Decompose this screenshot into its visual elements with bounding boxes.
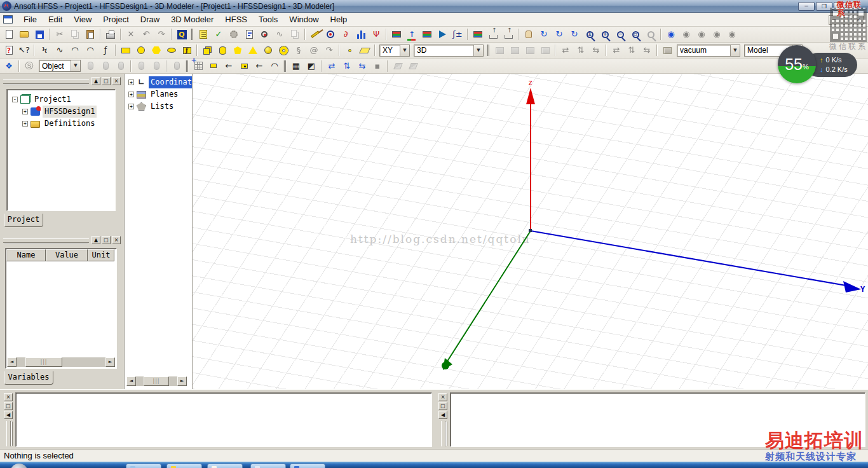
start-button-icon[interactable] — [10, 464, 28, 468]
expand-icon[interactable]: + — [128, 104, 134, 109]
tree-item-project1[interactable]: -Project1 — [8, 93, 114, 106]
view-mode-combo[interactable]: 3D▼ — [414, 45, 484, 57]
show-all-icon[interactable]: ◉ — [724, 28, 740, 41]
analyze-icon[interactable]: ✓ — [211, 28, 226, 41]
expand-icon[interactable]: + — [128, 92, 134, 97]
scroll-thumb[interactable]: ||| — [144, 376, 169, 386]
progress-panel-float-button[interactable]: □ — [438, 402, 447, 410]
draw-helix-icon[interactable]: § — [291, 44, 306, 57]
material-combo[interactable]: vacuum▼ — [677, 45, 740, 57]
tree-item-planes[interactable]: +Planes — [126, 88, 191, 100]
project-panel-pin-button[interactable]: ▲ — [92, 77, 100, 85]
draw-box-icon[interactable] — [200, 44, 215, 57]
history-tree[interactable]: +∟Coordinate+Planes+Lists — [125, 74, 192, 115]
scroll-right-arrow-icon[interactable]: ► — [105, 357, 115, 367]
unite-icon[interactable] — [492, 44, 507, 57]
workplane-b-icon[interactable] — [405, 59, 421, 72]
menu-item-window[interactable]: Window — [283, 13, 324, 25]
snap-center-icon[interactable] — [236, 59, 252, 72]
filter-button-5[interactable] — [149, 59, 164, 72]
zoom-out-icon[interactable]: − — [613, 28, 628, 41]
mirror-icon[interactable]: ⇆ — [588, 44, 604, 57]
draw-cylinder-icon[interactable] — [215, 44, 230, 57]
toolbar-grip[interactable] — [191, 29, 193, 40]
tab-variables[interactable]: Variables — [4, 371, 53, 385]
taskbar-button-1[interactable] — [126, 464, 161, 468]
properties-panel-pin-button[interactable]: ▲ — [92, 236, 100, 244]
draw-polyhedron-icon[interactable] — [230, 44, 245, 57]
optimetrics-icon[interactable]: Q — [174, 28, 189, 41]
message-panel-close-button[interactable]: × — [4, 393, 13, 401]
cut-icon[interactable]: ✂ — [52, 28, 67, 41]
boundary-tray-icon[interactable] — [501, 28, 516, 41]
scroll-left-arrow-icon[interactable]: ◄ — [126, 376, 136, 386]
sweep-icon[interactable] — [660, 44, 675, 57]
copy-image-icon[interactable] — [287, 28, 302, 41]
filter-button-3[interactable] — [113, 59, 128, 72]
paste-icon[interactable] — [83, 28, 98, 41]
toolbar-grip[interactable] — [186, 60, 188, 72]
draw-ellipse-icon[interactable] — [164, 44, 179, 57]
split-icon[interactable] — [538, 44, 553, 57]
filter-button-1[interactable] — [83, 59, 98, 72]
draw-bondwire-icon[interactable]: ↷ — [322, 44, 337, 57]
submit-job-icon[interactable] — [226, 28, 241, 41]
move-y-icon[interactable]: ⇅ — [339, 59, 355, 72]
expand-icon[interactable]: + — [22, 121, 28, 127]
snap-edge-icon[interactable]: ← — [221, 59, 236, 72]
minimize-button[interactable]: ─ — [798, 2, 815, 11]
redo-icon[interactable]: ↷ — [154, 28, 169, 41]
tree-item-lists[interactable]: +Lists — [126, 100, 191, 113]
taskbar-button-5[interactable] — [290, 464, 325, 468]
duplicate-line-icon[interactable]: ⇄ — [558, 44, 573, 57]
drawing-plane-combo[interactable]: XY▼ — [379, 45, 410, 57]
rotate-model-icon[interactable]: ↻ — [536, 28, 552, 41]
filter-button-2[interactable] — [98, 59, 113, 72]
project-panel-float-button[interactable]: □ — [102, 77, 111, 85]
grid-plane-fill-icon[interactable]: ◩ — [304, 59, 319, 72]
draw-arc-center-icon[interactable]: ◠ — [67, 44, 83, 57]
project-panel-close-button[interactable]: × — [112, 77, 121, 85]
draw-spline-icon[interactable]: ∿ — [52, 44, 67, 57]
move-z-icon[interactable]: ⇆ — [355, 59, 370, 72]
save-icon[interactable] — [32, 28, 47, 41]
3d-viewport[interactable]: http://blog.csdn.net/qqtolu z Y — [193, 74, 868, 389]
menu-item-help[interactable]: Help — [325, 13, 353, 25]
duplicate-boundary-line-icon[interactable]: ⇄ — [609, 44, 624, 57]
layer-stack-icon[interactable] — [419, 28, 435, 41]
verify-target-icon[interactable] — [323, 28, 338, 41]
workplane-a-icon[interactable] — [390, 59, 405, 72]
derivatives-icon[interactable]: ∂ — [338, 28, 353, 41]
column-header-unit[interactable]: Unit — [88, 249, 114, 261]
create-report-icon[interactable]: ∿ — [272, 28, 287, 41]
solution-data-icon[interactable] — [257, 28, 272, 41]
properties-hscrollbar[interactable]: ◄ ||| ► — [7, 357, 115, 367]
history-hscrollbar[interactable]: ◄ ||| ► — [126, 376, 187, 386]
menu-item-edit[interactable]: Edit — [43, 13, 68, 25]
copy-icon[interactable] — [67, 28, 83, 41]
drawing-plane-combo-dropdown-icon[interactable]: ▼ — [400, 45, 409, 56]
toolbar-grip[interactable] — [487, 45, 489, 56]
material-combo-dropdown-icon[interactable]: ▼ — [730, 45, 740, 56]
snap-arc-icon[interactable]: ◠ — [267, 59, 282, 72]
menu-item-tools[interactable]: Tools — [253, 13, 283, 25]
move-free-icon[interactable]: ▪ — [370, 59, 385, 72]
show-visibility-icon[interactable]: ◉ — [663, 28, 679, 41]
tree-item-definitions[interactable]: +Definitions — [8, 118, 114, 130]
context-help-icon[interactable]: ↖? — [17, 44, 32, 57]
collapse-icon[interactable]: - — [12, 97, 18, 102]
draw-polygon-icon[interactable] — [149, 44, 164, 57]
delete-icon[interactable]: ✕ — [123, 28, 139, 41]
mirror-duplicate-icon[interactable]: ⇆ — [639, 44, 654, 57]
scroll-right-arrow-icon[interactable]: ► — [177, 376, 187, 386]
grid-display-icon[interactable]: ▦ — [288, 59, 304, 72]
taskbar-button-3[interactable] — [207, 464, 243, 468]
radiation-icon[interactable]: Ψ — [369, 28, 384, 41]
column-header-value[interactable]: Value — [46, 249, 88, 261]
expand-icon[interactable]: + — [22, 109, 28, 114]
message-window[interactable] — [15, 392, 432, 447]
snap-vertex-icon[interactable] — [206, 59, 221, 72]
windows-taskbar[interactable] — [0, 462, 868, 468]
properties-panel-close-button[interactable]: × — [112, 236, 121, 244]
draw-equation-surface-icon[interactable]: ƒ — [179, 44, 194, 57]
